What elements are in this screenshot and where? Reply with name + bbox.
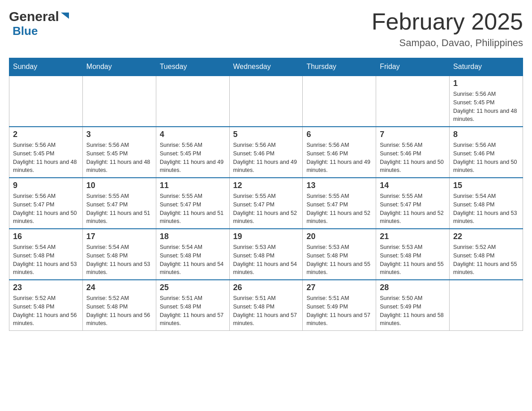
day-number: 23	[13, 283, 79, 292]
day-info: Sunrise: 5:56 AMSunset: 5:47 PMDaylight:…	[13, 192, 79, 226]
calendar-day-cell	[303, 76, 376, 127]
day-number: 4	[160, 130, 226, 139]
calendar-day-cell: 3Sunrise: 5:56 AMSunset: 5:45 PMDaylight…	[82, 127, 156, 178]
calendar-day-cell: 1Sunrise: 5:56 AMSunset: 5:45 PMDaylight…	[450, 76, 523, 127]
calendar-day-cell: 7Sunrise: 5:56 AMSunset: 5:46 PMDaylight…	[376, 127, 450, 178]
calendar-day-cell: 28Sunrise: 5:50 AMSunset: 5:49 PMDayligh…	[376, 280, 450, 331]
calendar-week-row: 2Sunrise: 5:56 AMSunset: 5:45 PMDaylight…	[9, 127, 523, 178]
calendar-week-row: 23Sunrise: 5:52 AMSunset: 5:48 PMDayligh…	[9, 280, 523, 331]
day-number: 25	[160, 283, 226, 292]
day-info: Sunrise: 5:54 AMSunset: 5:48 PMDaylight:…	[160, 243, 226, 277]
calendar-day-cell: 8Sunrise: 5:56 AMSunset: 5:46 PMDaylight…	[450, 127, 523, 178]
day-number: 28	[380, 283, 446, 292]
calendar-day-cell: 10Sunrise: 5:55 AMSunset: 5:47 PMDayligh…	[82, 178, 156, 229]
day-info: Sunrise: 5:56 AMSunset: 5:46 PMDaylight:…	[380, 141, 446, 175]
calendar-day-cell: 18Sunrise: 5:54 AMSunset: 5:48 PMDayligh…	[156, 229, 229, 280]
day-number: 6	[306, 130, 372, 139]
calendar-day-cell: 22Sunrise: 5:52 AMSunset: 5:48 PMDayligh…	[450, 229, 523, 280]
calendar-day-cell: 4Sunrise: 5:56 AMSunset: 5:45 PMDaylight…	[156, 127, 229, 178]
calendar-day-header: Sunday	[9, 58, 83, 76]
day-info: Sunrise: 5:55 AMSunset: 5:47 PMDaylight:…	[160, 192, 226, 226]
day-info: Sunrise: 5:55 AMSunset: 5:47 PMDaylight:…	[380, 192, 446, 226]
calendar-day-cell: 9Sunrise: 5:56 AMSunset: 5:47 PMDaylight…	[9, 178, 83, 229]
day-number: 26	[233, 283, 299, 292]
calendar-day-cell: 6Sunrise: 5:56 AMSunset: 5:46 PMDaylight…	[303, 127, 376, 178]
calendar-day-cell: 14Sunrise: 5:55 AMSunset: 5:47 PMDayligh…	[376, 178, 450, 229]
calendar-day-header: Thursday	[303, 58, 376, 76]
day-info: Sunrise: 5:51 AMSunset: 5:48 PMDaylight:…	[233, 294, 299, 328]
day-number: 5	[233, 130, 299, 139]
day-info: Sunrise: 5:56 AMSunset: 5:46 PMDaylight:…	[306, 141, 372, 175]
day-info: Sunrise: 5:54 AMSunset: 5:48 PMDaylight:…	[13, 243, 79, 277]
day-number: 9	[13, 181, 79, 190]
calendar-day-cell: 23Sunrise: 5:52 AMSunset: 5:48 PMDayligh…	[9, 280, 83, 331]
day-number: 19	[233, 232, 299, 241]
day-info: Sunrise: 5:56 AMSunset: 5:45 PMDaylight:…	[160, 141, 226, 175]
calendar-day-cell: 26Sunrise: 5:51 AMSunset: 5:48 PMDayligh…	[229, 280, 303, 331]
day-number: 3	[86, 130, 152, 139]
calendar-day-cell	[229, 76, 303, 127]
day-number: 12	[233, 181, 299, 190]
day-info: Sunrise: 5:51 AMSunset: 5:48 PMDaylight:…	[160, 294, 226, 328]
day-info: Sunrise: 5:56 AMSunset: 5:45 PMDaylight:…	[453, 90, 519, 124]
calendar-day-cell: 19Sunrise: 5:53 AMSunset: 5:48 PMDayligh…	[229, 229, 303, 280]
day-info: Sunrise: 5:55 AMSunset: 5:47 PMDaylight:…	[233, 192, 299, 226]
day-number: 20	[306, 232, 372, 241]
calendar-day-cell: 25Sunrise: 5:51 AMSunset: 5:48 PMDayligh…	[156, 280, 229, 331]
day-info: Sunrise: 5:53 AMSunset: 5:48 PMDaylight:…	[380, 243, 446, 277]
day-info: Sunrise: 5:56 AMSunset: 5:45 PMDaylight:…	[86, 141, 152, 175]
logo-blue-text: Blue	[13, 24, 38, 38]
day-info: Sunrise: 5:54 AMSunset: 5:48 PMDaylight:…	[453, 192, 519, 226]
day-number: 24	[86, 283, 152, 292]
calendar-day-cell: 27Sunrise: 5:51 AMSunset: 5:49 PMDayligh…	[303, 280, 376, 331]
day-number: 8	[453, 130, 519, 139]
day-info: Sunrise: 5:53 AMSunset: 5:48 PMDaylight:…	[233, 243, 299, 277]
day-number: 27	[306, 283, 372, 292]
day-info: Sunrise: 5:50 AMSunset: 5:49 PMDaylight:…	[380, 294, 446, 328]
calendar-day-cell	[156, 76, 229, 127]
day-info: Sunrise: 5:56 AMSunset: 5:46 PMDaylight:…	[233, 141, 299, 175]
calendar-day-cell: 11Sunrise: 5:55 AMSunset: 5:47 PMDayligh…	[156, 178, 229, 229]
calendar-day-cell: 20Sunrise: 5:53 AMSunset: 5:48 PMDayligh…	[303, 229, 376, 280]
calendar-day-cell	[450, 280, 523, 331]
day-number: 13	[306, 181, 372, 190]
day-number: 18	[160, 232, 226, 241]
day-number: 10	[86, 181, 152, 190]
day-info: Sunrise: 5:56 AMSunset: 5:45 PMDaylight:…	[13, 141, 79, 175]
calendar-day-cell: 16Sunrise: 5:54 AMSunset: 5:48 PMDayligh…	[9, 229, 83, 280]
calendar-day-cell: 5Sunrise: 5:56 AMSunset: 5:46 PMDaylight…	[229, 127, 303, 178]
calendar-day-cell	[376, 76, 450, 127]
calendar-day-cell: 24Sunrise: 5:52 AMSunset: 5:48 PMDayligh…	[82, 280, 156, 331]
title-block: February 2025 Sampao, Davao, Philippines	[372, 9, 523, 49]
day-info: Sunrise: 5:54 AMSunset: 5:48 PMDaylight:…	[86, 243, 152, 277]
day-info: Sunrise: 5:51 AMSunset: 5:49 PMDaylight:…	[306, 294, 372, 328]
day-number: 15	[453, 181, 519, 190]
day-number: 1	[453, 79, 519, 88]
day-number: 14	[380, 181, 446, 190]
calendar-day-header: Wednesday	[229, 58, 303, 76]
page-header: General Blue February 2025 Sampao, Davao…	[9, 9, 523, 49]
logo: General Blue	[9, 9, 70, 38]
day-info: Sunrise: 5:55 AMSunset: 5:47 PMDaylight:…	[306, 192, 372, 226]
calendar-day-cell: 15Sunrise: 5:54 AMSunset: 5:48 PMDayligh…	[450, 178, 523, 229]
location: Sampao, Davao, Philippines	[372, 37, 523, 49]
calendar-day-header: Tuesday	[156, 58, 229, 76]
day-number: 22	[453, 232, 519, 241]
logo-general-text: General	[9, 9, 59, 24]
calendar-day-cell: 2Sunrise: 5:56 AMSunset: 5:45 PMDaylight…	[9, 127, 83, 178]
calendar-day-cell: 21Sunrise: 5:53 AMSunset: 5:48 PMDayligh…	[376, 229, 450, 280]
day-info: Sunrise: 5:53 AMSunset: 5:48 PMDaylight:…	[306, 243, 372, 277]
calendar-week-row: 16Sunrise: 5:54 AMSunset: 5:48 PMDayligh…	[9, 229, 523, 280]
day-number: 17	[86, 232, 152, 241]
calendar-day-cell: 13Sunrise: 5:55 AMSunset: 5:47 PMDayligh…	[303, 178, 376, 229]
calendar-day-header: Monday	[82, 58, 156, 76]
calendar-table: SundayMondayTuesdayWednesdayThursdayFrid…	[9, 58, 523, 331]
calendar-day-header: Saturday	[450, 58, 523, 76]
day-number: 11	[160, 181, 226, 190]
day-number: 7	[380, 130, 446, 139]
day-info: Sunrise: 5:52 AMSunset: 5:48 PMDaylight:…	[453, 243, 519, 277]
svg-marker-0	[61, 13, 69, 19]
month-title: February 2025	[372, 9, 523, 34]
calendar-week-row: 9Sunrise: 5:56 AMSunset: 5:47 PMDaylight…	[9, 178, 523, 229]
calendar-day-cell	[82, 76, 156, 127]
